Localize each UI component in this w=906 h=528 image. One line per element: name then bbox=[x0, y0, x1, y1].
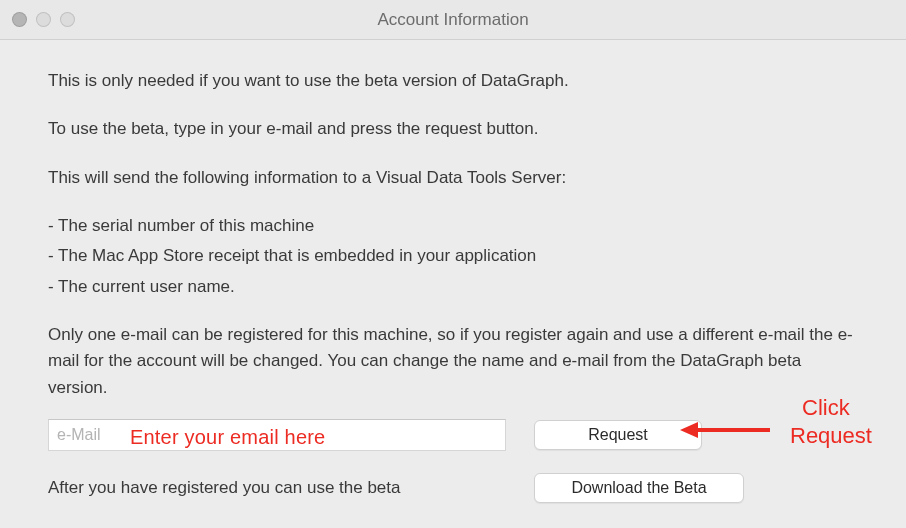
instruction-text-1: To use the beta, type in your e-mail and… bbox=[48, 116, 858, 142]
request-button[interactable]: Request bbox=[534, 420, 702, 450]
content-area: This is only needed if you want to use t… bbox=[0, 40, 906, 523]
download-beta-button[interactable]: Download the Beta bbox=[534, 473, 744, 503]
minimize-icon[interactable] bbox=[36, 12, 51, 27]
email-row: Enter your email here Request bbox=[48, 419, 858, 451]
download-row: After you have registered you can use th… bbox=[48, 473, 858, 503]
info-list-item-3: - The current user name. bbox=[48, 274, 858, 300]
instruction-text-3: Only one e-mail can be registered for th… bbox=[48, 322, 858, 401]
email-field-wrap: Enter your email here bbox=[48, 419, 506, 451]
info-list-item-1: - The serial number of this machine bbox=[48, 213, 858, 239]
after-registered-label: After you have registered you can use th… bbox=[48, 475, 506, 501]
intro-text: This is only needed if you want to use t… bbox=[48, 68, 858, 94]
close-icon[interactable] bbox=[12, 12, 27, 27]
info-list-item-2: - The Mac App Store receipt that is embe… bbox=[48, 243, 858, 269]
window-title: Account Information bbox=[0, 10, 906, 30]
traffic-lights bbox=[0, 12, 75, 27]
zoom-icon[interactable] bbox=[60, 12, 75, 27]
window-titlebar: Account Information bbox=[0, 0, 906, 40]
instruction-text-2: This will send the following information… bbox=[48, 165, 858, 191]
email-field[interactable] bbox=[48, 419, 506, 451]
